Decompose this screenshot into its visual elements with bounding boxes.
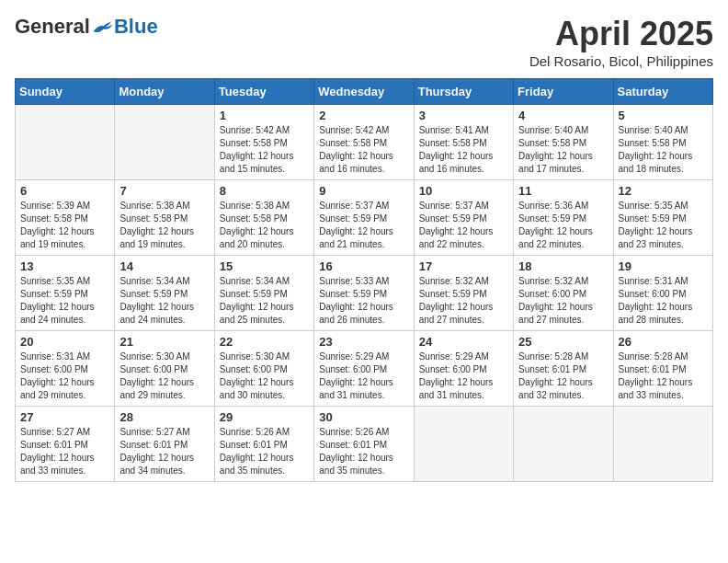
calendar-cell: 26Sunrise: 5:28 AM Sunset: 6:01 PM Dayli… <box>613 331 712 407</box>
calendar-header-row: SundayMondayTuesdayWednesdayThursdayFrid… <box>16 79 713 105</box>
calendar-cell: 4Sunrise: 5:40 AM Sunset: 5:58 PM Daylig… <box>514 105 613 180</box>
cell-sun-info: Sunrise: 5:34 AM Sunset: 5:59 PM Dayligh… <box>119 275 209 327</box>
calendar-cell: 28Sunrise: 5:27 AM Sunset: 6:01 PM Dayli… <box>115 407 214 482</box>
calendar-cell: 12Sunrise: 5:35 AM Sunset: 5:59 PM Dayli… <box>613 180 712 256</box>
day-number: 1 <box>220 109 309 122</box>
day-number: 6 <box>20 184 109 198</box>
day-number: 14 <box>119 259 209 273</box>
cell-sun-info: Sunrise: 5:33 AM Sunset: 5:59 PM Dayligh… <box>319 275 408 327</box>
calendar-cell: 22Sunrise: 5:30 AM Sunset: 6:00 PM Dayli… <box>214 331 313 407</box>
calendar-cell: 1Sunrise: 5:42 AM Sunset: 5:58 PM Daylig… <box>214 105 313 180</box>
cell-sun-info: Sunrise: 5:37 AM Sunset: 5:59 PM Dayligh… <box>419 200 508 251</box>
calendar-cell: 24Sunrise: 5:29 AM Sunset: 6:00 PM Dayli… <box>414 331 513 407</box>
calendar-cell <box>613 407 712 482</box>
cell-sun-info: Sunrise: 5:41 AM Sunset: 5:58 PM Dayligh… <box>419 124 508 176</box>
day-number: 26 <box>619 335 708 349</box>
title-block: April 2025 Del Rosario, Bicol, Philippin… <box>529 15 713 69</box>
day-number: 20 <box>20 335 109 349</box>
calendar-cell <box>414 407 513 482</box>
day-number: 19 <box>619 259 708 273</box>
cell-sun-info: Sunrise: 5:42 AM Sunset: 5:58 PM Dayligh… <box>220 124 309 176</box>
day-number: 10 <box>419 184 508 198</box>
calendar-week-row: 27Sunrise: 5:27 AM Sunset: 6:01 PM Dayli… <box>16 407 713 482</box>
cell-sun-info: Sunrise: 5:39 AM Sunset: 5:58 PM Dayligh… <box>20 200 109 251</box>
cell-sun-info: Sunrise: 5:27 AM Sunset: 6:01 PM Dayligh… <box>20 426 109 477</box>
day-number: 4 <box>518 109 608 122</box>
cell-sun-info: Sunrise: 5:29 AM Sunset: 6:00 PM Dayligh… <box>419 350 508 402</box>
cell-sun-info: Sunrise: 5:26 AM Sunset: 6:01 PM Dayligh… <box>220 426 309 477</box>
day-number: 24 <box>419 335 508 349</box>
logo-bird-icon <box>92 18 114 35</box>
calendar-cell: 11Sunrise: 5:36 AM Sunset: 5:59 PM Dayli… <box>514 180 613 256</box>
day-number: 8 <box>220 184 309 198</box>
cell-sun-info: Sunrise: 5:35 AM Sunset: 5:59 PM Dayligh… <box>619 200 708 251</box>
cell-sun-info: Sunrise: 5:29 AM Sunset: 6:00 PM Dayligh… <box>319 350 408 402</box>
calendar-cell: 27Sunrise: 5:27 AM Sunset: 6:01 PM Dayli… <box>16 407 115 482</box>
calendar-cell: 13Sunrise: 5:35 AM Sunset: 5:59 PM Dayli… <box>16 256 115 331</box>
day-number: 18 <box>518 259 608 273</box>
logo-blue-text: Blue <box>114 15 158 39</box>
logo-general-text: General <box>15 15 90 39</box>
cell-sun-info: Sunrise: 5:32 AM Sunset: 6:00 PM Dayligh… <box>518 275 608 327</box>
cell-sun-info: Sunrise: 5:36 AM Sunset: 5:59 PM Dayligh… <box>518 200 608 251</box>
calendar-cell: 14Sunrise: 5:34 AM Sunset: 5:59 PM Dayli… <box>115 256 214 331</box>
cell-sun-info: Sunrise: 5:34 AM Sunset: 5:59 PM Dayligh… <box>220 275 309 327</box>
calendar-cell: 19Sunrise: 5:31 AM Sunset: 6:00 PM Dayli… <box>613 256 712 331</box>
day-number: 17 <box>419 259 508 273</box>
day-number: 7 <box>119 184 209 198</box>
day-number: 29 <box>220 410 309 424</box>
cell-sun-info: Sunrise: 5:30 AM Sunset: 6:00 PM Dayligh… <box>220 350 309 402</box>
calendar-cell: 29Sunrise: 5:26 AM Sunset: 6:01 PM Dayli… <box>214 407 313 482</box>
page-header: General Blue April 2025 Del Rosario, Bic… <box>15 15 713 69</box>
day-number: 2 <box>319 109 408 122</box>
calendar-cell: 16Sunrise: 5:33 AM Sunset: 5:59 PM Dayli… <box>314 256 414 331</box>
calendar-cell: 9Sunrise: 5:37 AM Sunset: 5:59 PM Daylig… <box>314 180 414 256</box>
calendar-cell: 20Sunrise: 5:31 AM Sunset: 6:00 PM Dayli… <box>16 331 115 407</box>
day-number: 3 <box>419 109 508 122</box>
header-monday: Monday <box>115 79 214 105</box>
calendar-cell: 21Sunrise: 5:30 AM Sunset: 6:00 PM Dayli… <box>115 331 214 407</box>
cell-sun-info: Sunrise: 5:38 AM Sunset: 5:58 PM Dayligh… <box>119 200 209 251</box>
cell-sun-info: Sunrise: 5:42 AM Sunset: 5:58 PM Dayligh… <box>319 124 408 176</box>
cell-sun-info: Sunrise: 5:32 AM Sunset: 5:59 PM Dayligh… <box>419 275 508 327</box>
cell-sun-info: Sunrise: 5:30 AM Sunset: 6:00 PM Dayligh… <box>119 350 209 402</box>
day-number: 30 <box>319 410 408 424</box>
header-wednesday: Wednesday <box>314 79 414 105</box>
cell-sun-info: Sunrise: 5:31 AM Sunset: 6:00 PM Dayligh… <box>20 350 109 402</box>
calendar-cell <box>16 105 115 180</box>
calendar-cell: 6Sunrise: 5:39 AM Sunset: 5:58 PM Daylig… <box>16 180 115 256</box>
header-friday: Friday <box>514 79 613 105</box>
cell-sun-info: Sunrise: 5:28 AM Sunset: 6:01 PM Dayligh… <box>518 350 608 402</box>
calendar-cell: 23Sunrise: 5:29 AM Sunset: 6:00 PM Dayli… <box>314 331 414 407</box>
cell-sun-info: Sunrise: 5:38 AM Sunset: 5:58 PM Dayligh… <box>220 200 309 251</box>
cell-sun-info: Sunrise: 5:40 AM Sunset: 5:58 PM Dayligh… <box>619 124 708 176</box>
calendar-cell <box>514 407 613 482</box>
cell-sun-info: Sunrise: 5:31 AM Sunset: 6:00 PM Dayligh… <box>619 275 708 327</box>
calendar-cell: 18Sunrise: 5:32 AM Sunset: 6:00 PM Dayli… <box>514 256 613 331</box>
day-number: 16 <box>319 259 408 273</box>
calendar-cell: 5Sunrise: 5:40 AM Sunset: 5:58 PM Daylig… <box>613 105 712 180</box>
month-title: April 2025 <box>529 15 713 53</box>
cell-sun-info: Sunrise: 5:40 AM Sunset: 5:58 PM Dayligh… <box>518 124 608 176</box>
cell-sun-info: Sunrise: 5:27 AM Sunset: 6:01 PM Dayligh… <box>119 426 209 477</box>
day-number: 13 <box>20 259 109 273</box>
cell-sun-info: Sunrise: 5:37 AM Sunset: 5:59 PM Dayligh… <box>319 200 408 251</box>
calendar-week-row: 20Sunrise: 5:31 AM Sunset: 6:00 PM Dayli… <box>16 331 713 407</box>
calendar-cell: 25Sunrise: 5:28 AM Sunset: 6:01 PM Dayli… <box>514 331 613 407</box>
calendar-cell: 2Sunrise: 5:42 AM Sunset: 5:58 PM Daylig… <box>314 105 414 180</box>
day-number: 28 <box>119 410 209 424</box>
day-number: 5 <box>619 109 708 122</box>
calendar-cell: 17Sunrise: 5:32 AM Sunset: 5:59 PM Dayli… <box>414 256 513 331</box>
day-number: 15 <box>220 259 309 273</box>
day-number: 11 <box>518 184 608 198</box>
header-tuesday: Tuesday <box>214 79 313 105</box>
day-number: 21 <box>119 335 209 349</box>
calendar-week-row: 13Sunrise: 5:35 AM Sunset: 5:59 PM Dayli… <box>16 256 713 331</box>
header-sunday: Sunday <box>16 79 115 105</box>
calendar-cell <box>115 105 214 180</box>
day-number: 22 <box>220 335 309 349</box>
day-number: 27 <box>20 410 109 424</box>
calendar-cell: 30Sunrise: 5:26 AM Sunset: 6:01 PM Dayli… <box>314 407 414 482</box>
calendar-cell: 10Sunrise: 5:37 AM Sunset: 5:59 PM Dayli… <box>414 180 513 256</box>
day-number: 9 <box>319 184 408 198</box>
